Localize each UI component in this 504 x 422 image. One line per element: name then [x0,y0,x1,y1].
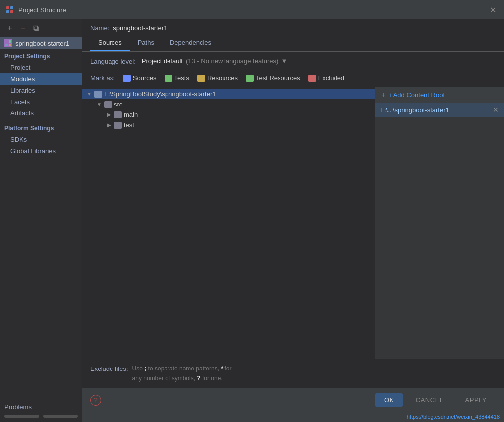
tree-arrow-root: ▼ [86,91,92,97]
url-bar: https://blog.csdn.net/weixin_43844418 [82,412,504,422]
nav-problems[interactable]: Problems [0,401,82,413]
tree-item-main[interactable]: ▶ main [82,109,375,120]
nav-libraries[interactable]: Libraries [0,85,82,96]
bottom-bar: ? OK CANCEL APPLY [82,388,504,412]
main-content: + − ⧉ springboot-starter1 Project Settin… [0,19,504,422]
content-root-value: F:\...\springboot-starter1 [380,106,449,114]
root-folder-label: F:\SpringBootStudy\springboot-starter1 [104,90,216,98]
mark-as-sources[interactable]: Sources [123,74,157,82]
svg-rect-4 [5,40,8,43]
platform-settings-label: Platform Settings [0,121,82,134]
resources-btn-label: Resources [207,74,238,82]
project-settings-label: Project Settings [0,49,82,62]
content-root-close-button[interactable]: ✕ [493,106,499,114]
tree-arrow-main: ▶ [106,112,112,118]
nav-project[interactable]: Project [0,62,82,73]
content-root-panel: + + Add Content Root F:\...\springboot-s… [375,87,504,359]
bottom-area: ? OK CANCEL APPLY https://blog.csdn.net/… [82,388,504,422]
language-level-dropdown[interactable]: Project default (13 - No new language fe… [140,56,289,66]
nav-artifacts[interactable]: Artifacts [0,107,82,119]
tree-item-test[interactable]: ▶ test [82,120,375,130]
svg-rect-0 [6,6,9,9]
main-folder-icon [114,111,122,118]
tab-dependencies[interactable]: Dependencies [162,36,219,51]
resources-folder-icon [197,75,205,82]
mark-as-tests[interactable]: Tests [165,74,189,82]
test-resources-btn-label: Test Resources [256,74,300,82]
tabs-row: Sources Paths Dependencies [82,36,504,52]
close-button[interactable]: ✕ [487,4,499,16]
nav-modules[interactable]: Modules [0,73,82,85]
remove-module-button[interactable]: − [17,23,28,34]
title-bar: Project Structure ✕ [0,0,504,19]
exclude-hint-line2: any number of symbols, ? for one. [132,374,232,383]
excluded-folder-icon [308,75,316,82]
language-level-hint: (13 - No new language features) [186,57,278,65]
test-folder-icon [114,122,122,129]
svg-rect-6 [5,44,8,46]
language-level-value: Project default [142,57,183,65]
tree-item-src[interactable]: ▼ src [82,99,375,109]
src-folder-label: src [114,101,122,108]
url-hint: https://blog.csdn.net/weixin_43844418 [407,414,500,420]
tree-arrow-src: ▼ [96,102,102,107]
name-row: Name: springboot-starter1 [82,19,504,36]
right-panel: Name: springboot-starter1 Sources Paths … [82,19,504,422]
mark-as-row: Mark as: Sources Tests Resources Test Re… [82,71,504,87]
dropdown-arrow-icon: ▼ [281,57,287,65]
mark-as-excluded[interactable]: Excluded [308,74,344,82]
apply-button[interactable]: APPLY [456,393,496,407]
test-folder-label: test [124,121,134,129]
module-name-value: springboot-starter1 [113,24,496,32]
module-toolbar: + − ⧉ [0,19,82,37]
cancel-button[interactable]: CANCEL [407,393,452,407]
exclude-files-label: Exclude files: [90,364,128,372]
dialog-title: Project Structure [18,6,483,14]
language-level-label: Language level: [90,58,136,65]
mark-as-resources[interactable]: Resources [197,74,238,82]
project-structure-dialog: Project Structure ✕ + − ⧉ springb [0,0,504,422]
add-module-button[interactable]: + [4,23,15,34]
tree-panel: ▼ F:\SpringBootStudy\springboot-starter1… [82,87,504,359]
root-folder-icon [94,91,102,98]
nav-facets[interactable]: Facets [0,96,82,107]
language-level-row: Language level: Project default (13 - No… [82,52,504,71]
tests-folder-icon [165,75,172,82]
test-resources-folder-icon [246,75,254,82]
excluded-btn-label: Excluded [318,74,344,82]
src-folder-icon [104,101,112,108]
svg-rect-5 [9,40,11,43]
module-name: springboot-starter1 [15,40,69,47]
left-scrollbars [0,413,82,422]
name-label: Name: [90,24,109,32]
svg-rect-1 [10,6,13,9]
tree-arrow-test: ▶ [106,122,112,128]
left-panel: + − ⧉ springboot-starter1 Project Settin… [0,19,82,422]
tab-sources[interactable]: Sources [90,36,130,51]
sources-folder-icon [123,75,131,82]
add-content-root-label: + Add Content Root [388,91,445,99]
svg-rect-3 [10,10,13,13]
mark-as-test-resources[interactable]: Test Resources [246,74,300,82]
sources-btn-label: Sources [133,74,157,82]
copy-module-button[interactable]: ⧉ [30,23,41,34]
file-tree: ▼ F:\SpringBootStudy\springboot-starter1… [82,87,375,359]
exclude-hint-line1: Use ; to separate name patterns, * for [132,364,232,373]
ok-button[interactable]: OK [375,393,403,407]
app-icon [5,5,14,14]
main-folder-label: main [124,111,138,118]
add-icon: + [381,91,385,99]
exclude-files-row: Exclude files: Use ; to separate name pa… [82,359,504,388]
tab-paths[interactable]: Paths [130,36,162,51]
help-button[interactable]: ? [90,395,101,406]
svg-rect-7 [9,44,11,46]
add-content-root-button[interactable]: + + Add Content Root [375,87,504,103]
svg-rect-2 [6,10,9,13]
content-root-item: F:\...\springboot-starter1 ✕ [375,103,504,117]
module-icon [4,39,12,47]
module-item[interactable]: springboot-starter1 [0,37,82,49]
nav-global-libraries[interactable]: Global Libraries [0,145,82,157]
tree-item-root[interactable]: ▼ F:\SpringBootStudy\springboot-starter1 [82,89,375,99]
tests-btn-label: Tests [174,74,189,82]
nav-sdks[interactable]: SDKs [0,134,82,145]
